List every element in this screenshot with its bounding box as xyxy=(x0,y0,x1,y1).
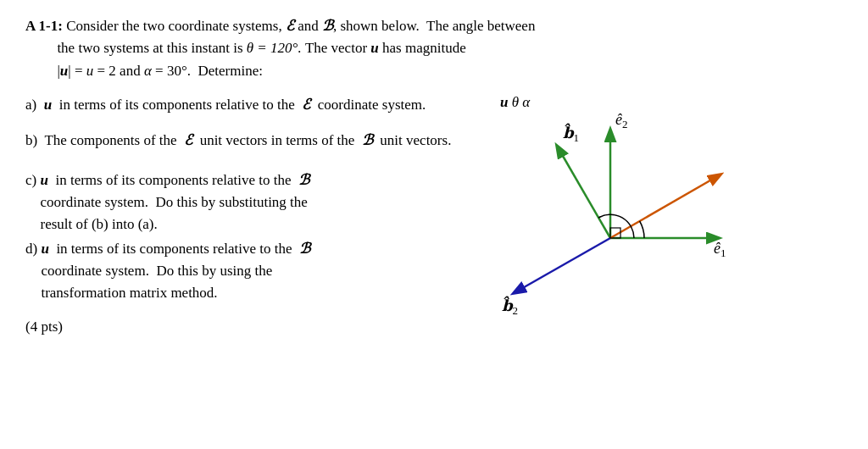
part-a-text: in terms of its components relative to t… xyxy=(55,97,298,113)
e1-label: ê1 xyxy=(714,240,726,259)
part-b-text: The components of the xyxy=(44,132,181,148)
shown-below: shown below. The angle between xyxy=(340,15,535,37)
e2-label: ê2 xyxy=(615,111,628,130)
header-text: Consider the two coordinate systems, xyxy=(66,15,286,37)
diagram-area: b̂1 ê2 ê1 b̂2 u θ α xyxy=(500,94,843,323)
u-vector xyxy=(610,175,721,238)
has-magnitude: has magnitude xyxy=(379,37,466,59)
part-c-label: c) xyxy=(25,169,40,236)
part-a-u: u xyxy=(44,97,52,113)
part-b-mid: unit vectors in terms of the xyxy=(196,132,358,148)
alpha-arc xyxy=(640,221,644,238)
b1-axis xyxy=(557,146,610,238)
pts-line: (4 pts) xyxy=(25,319,500,335)
part-b-coord2: ℬ xyxy=(362,132,373,148)
vector-text: The vector xyxy=(305,37,370,59)
problem-container: A 1-1: Consider the two coordinate syste… xyxy=(25,15,843,335)
pts-text: (4 pts) xyxy=(25,319,63,335)
calE-header: ℰ xyxy=(286,15,294,37)
coordinate-diagram: b̂1 ê2 ê1 b̂2 xyxy=(500,94,788,323)
part-b-label: b) xyxy=(25,132,41,148)
part-c-text: u in terms of its components relative to… xyxy=(40,169,309,236)
b2-axis xyxy=(514,238,610,293)
part-a-label: a) xyxy=(25,97,40,113)
part-a: a) u in terms of its components relative… xyxy=(25,94,500,116)
b2-label: b̂2 xyxy=(502,296,518,317)
part-b: b) The components of the ℰ unit vectors … xyxy=(25,130,500,152)
abs-u: |u| = u = 2 and α = 30°. Determine: xyxy=(57,60,263,82)
left-parts: a) u in terms of its components relative… xyxy=(25,94,500,335)
part-d-label: d) xyxy=(25,238,41,305)
b1-label: b̂1 xyxy=(563,123,579,144)
part-d-wrapper: d) u in terms of its components relative… xyxy=(25,238,500,305)
parts-section: a) u in terms of its components relative… xyxy=(25,94,843,335)
problem-header: A 1-1: Consider the two coordinate syste… xyxy=(25,15,843,82)
comma: , xyxy=(333,15,337,37)
part-b-coord: ℰ xyxy=(184,132,192,148)
part-cd: c) u in terms of its components relative… xyxy=(25,169,500,305)
theta-value: θ = 120°. xyxy=(247,37,302,59)
part-a-coord: ℰ xyxy=(302,97,310,113)
part-d-text: u in terms of its components relative to… xyxy=(41,238,310,305)
and-text: and xyxy=(294,15,322,37)
u-vector-header: u xyxy=(370,37,378,59)
part-a-end: coordinate system. xyxy=(314,97,426,113)
angle-text: the two systems at this instant is xyxy=(57,37,246,59)
part-b-end: unit vectors. xyxy=(376,132,451,148)
calB-header: ℬ xyxy=(322,15,333,37)
part-c-wrapper: c) u in terms of its components relative… xyxy=(25,169,500,236)
problem-label: A 1-1: xyxy=(25,15,63,37)
